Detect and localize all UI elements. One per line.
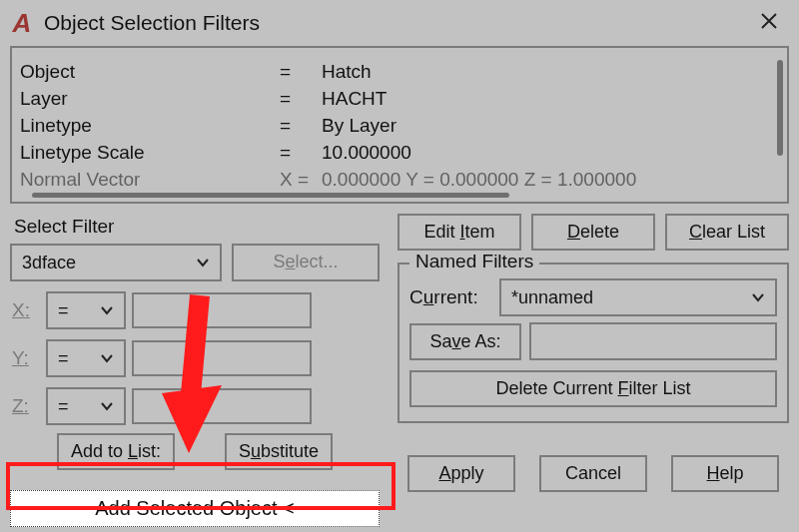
add-selected-object-label: Add Selected Object <: [95, 497, 295, 519]
filter-value: 0.000000 Y = 0.000000 Z = 1.000000: [322, 166, 769, 193]
save-as-label: Save As:: [429, 331, 500, 351]
axis-z-op-value: =: [58, 396, 69, 417]
chevron-down-icon: [100, 399, 114, 413]
chevron-down-icon: [751, 290, 765, 304]
filter-op: =: [280, 85, 322, 112]
axis-x-op-dropdown[interactable]: =: [46, 291, 126, 329]
help-label: Help: [706, 463, 743, 483]
add-selected-object-button[interactable]: Add Selected Object <: [10, 490, 380, 527]
select-button-label: Select...: [273, 252, 338, 271]
filter-key: Linetype Scale: [20, 139, 280, 166]
titlebar: A Object Selection Filters: [0, 0, 799, 46]
add-to-list-button[interactable]: Add to List:: [57, 433, 175, 470]
delete-button[interactable]: Delete: [531, 214, 655, 251]
filter-row[interactable]: Layer = HACHT: [20, 85, 769, 112]
clear-list-button[interactable]: Clear List: [665, 214, 789, 251]
axis-x-op-value: =: [58, 300, 69, 321]
chevron-down-icon: [196, 256, 210, 269]
delete-label: Delete: [567, 222, 619, 242]
filter-op: X =: [280, 166, 322, 193]
filter-op: =: [280, 58, 322, 85]
axis-y-label: Y:: [10, 347, 40, 369]
edit-item-button[interactable]: Edit Item: [398, 214, 521, 251]
filter-type-dropdown[interactable]: 3dface: [10, 244, 222, 281]
select-button: Select...: [232, 244, 380, 281]
apply-button[interactable]: Apply: [407, 455, 515, 492]
save-as-button[interactable]: Save As:: [409, 323, 521, 360]
close-icon: [760, 10, 778, 36]
horizontal-scrollbar[interactable]: [32, 193, 509, 198]
filter-type-value: 3dface: [22, 253, 76, 273]
add-to-list-label: Add to List:: [71, 441, 161, 461]
current-filter-label: Current:: [409, 286, 491, 308]
current-filter-dropdown[interactable]: *unnamed: [499, 278, 777, 316]
chevron-down-icon: [100, 303, 114, 317]
vertical-scrollbar[interactable]: [777, 60, 783, 156]
substitute-button[interactable]: Substitute: [225, 433, 333, 470]
axis-y-op-value: =: [58, 348, 69, 369]
axis-z-label: Z:: [10, 395, 40, 417]
filter-op: =: [280, 139, 322, 166]
filter-key: Layer: [20, 85, 280, 112]
cancel-label: Cancel: [565, 463, 621, 483]
filter-value: By Layer: [322, 112, 769, 139]
current-filter-value: *unnamed: [511, 287, 593, 308]
delete-current-filter-list-label: Delete Current Filter List: [495, 378, 690, 398]
clear-list-label: Clear List: [689, 222, 765, 242]
chevron-down-icon: [100, 351, 114, 365]
filter-row[interactable]: Normal Vector X = 0.000000 Y = 0.000000 …: [20, 166, 769, 193]
filter-key: Normal Vector: [20, 166, 280, 193]
filter-row[interactable]: Linetype = By Layer: [20, 112, 769, 139]
axis-y-op-dropdown[interactable]: =: [46, 339, 126, 377]
filter-row[interactable]: Object = Hatch: [20, 58, 769, 85]
filter-value: 10.000000: [322, 139, 769, 166]
filter-value: HACHT: [322, 85, 769, 112]
filter-listbox[interactable]: Object = Hatch Layer = HACHT Linetype = …: [10, 46, 789, 204]
edit-item-label: Edit Item: [423, 222, 494, 242]
axis-z-op-dropdown[interactable]: =: [46, 387, 126, 425]
delete-current-filter-list-button[interactable]: Delete Current Filter List: [409, 370, 777, 407]
filter-row[interactable]: Linetype Scale = 10.000000: [20, 139, 769, 166]
axis-y-value-input[interactable]: [132, 340, 312, 376]
cancel-button[interactable]: Cancel: [539, 455, 647, 492]
filter-key: Object: [20, 58, 280, 85]
filter-value: Hatch: [322, 58, 769, 85]
named-filters-group: Named Filters Current: *unnamed Save As:: [398, 263, 789, 423]
app-logo-icon: A: [10, 11, 34, 35]
apply-label: Apply: [438, 463, 483, 483]
axis-x-value-input[interactable]: [132, 292, 312, 328]
close-button[interactable]: [739, 0, 799, 46]
axis-z-value-input[interactable]: [132, 388, 312, 424]
window-title: Object Selection Filters: [44, 11, 260, 35]
filter-op: =: [280, 112, 322, 139]
named-filters-legend: Named Filters: [409, 251, 539, 272]
substitute-label: Substitute: [239, 441, 319, 461]
axis-x-label: X:: [10, 299, 40, 321]
help-button[interactable]: Help: [671, 455, 779, 492]
select-filter-label: Select Filter: [14, 216, 380, 238]
filter-key: Linetype: [20, 112, 280, 139]
save-as-input[interactable]: [529, 322, 777, 360]
